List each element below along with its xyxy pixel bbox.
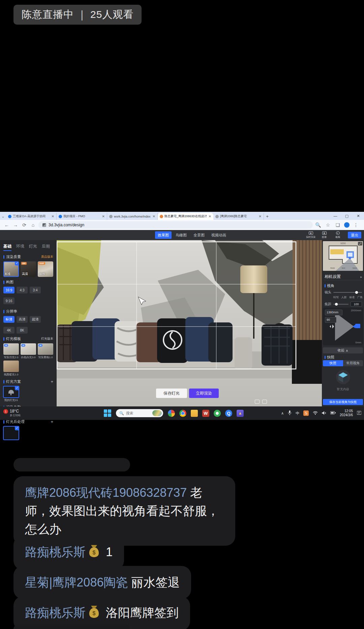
taskbar-search[interactable]: 🔍 搜索 xyxy=(116,409,163,417)
chrome-icon[interactable] xyxy=(179,410,186,417)
side-panel-icon[interactable]: ❏ xyxy=(334,222,341,228)
view-mode-video[interactable]: 视频动画 xyxy=(209,231,229,239)
lens-mark[interactable]: 特写 xyxy=(333,295,339,299)
res-uhd[interactable]: 超清 xyxy=(30,316,41,323)
quality-ultra-thumb[interactable]: SVIP 极致 xyxy=(38,261,53,277)
camera-angle-input[interactable]: 90 xyxy=(325,317,336,323)
browser-tab-1[interactable]: 三维家OA·高效源于协同 ✕ xyxy=(6,213,57,220)
tab-search-chevron-icon[interactable]: ⌄ xyxy=(0,213,6,220)
browser-tab-4-active[interactable]: 陈总豪宅_鹰牌20863D在线设计 ✕ xyxy=(158,213,213,220)
tray-chevron-icon[interactable]: ∧ xyxy=(281,411,284,416)
ratio-3-4[interactable]: 3:4 xyxy=(30,287,41,293)
ratio-4-3[interactable]: 4:3 xyxy=(17,287,28,293)
gallery-tool[interactable]: ▦ 图册 xyxy=(317,231,331,239)
quality-version-link[interactable]: 质品版本 xyxy=(41,255,53,259)
common-views-tab[interactable]: 常用视角 xyxy=(343,360,363,366)
res-4k[interactable]: 4K xyxy=(3,327,14,334)
ratio-16-9[interactable]: 16:9 xyxy=(3,287,14,293)
frame-adjust-icon[interactable] xyxy=(262,400,267,404)
menu-dots-icon[interactable]: ⋮ xyxy=(353,222,359,228)
res-8k[interactable]: 8K xyxy=(17,327,28,334)
camera-height-widget[interactable]: 1380mm 90 2000mm 0mm xyxy=(323,308,363,345)
forward-icon[interactable]: → xyxy=(12,222,19,228)
tab-close-icon[interactable]: ✕ xyxy=(102,215,105,218)
wifi-icon[interactable] xyxy=(313,411,318,416)
tab-postfx[interactable]: 后期 xyxy=(42,244,50,251)
app-icon-colorful[interactable] xyxy=(168,410,175,417)
bookmark-star-icon[interactable]: ☆ xyxy=(325,222,331,228)
browser-green-icon[interactable] xyxy=(214,410,221,417)
sogou-icon[interactable]: S xyxy=(303,410,309,416)
back-icon[interactable]: ← xyxy=(3,222,10,228)
maximize-button[interactable]: ▢ xyxy=(341,214,353,218)
tab-close-icon[interactable]: ✕ xyxy=(52,215,54,218)
site-info-icon[interactable] xyxy=(42,223,46,227)
save-snapshot-button[interactable]: 保存当前视角为快照 xyxy=(323,399,363,405)
tab-lighting[interactable]: 灯光 xyxy=(29,244,37,251)
add-light-plan-icon[interactable]: + xyxy=(51,379,53,384)
floorplan-minimap[interactable]: 9200 5500 500 5900 ⤢ xyxy=(323,241,363,271)
view-mode-render[interactable]: 效果图 xyxy=(155,231,172,239)
tab-basic[interactable]: 基础 xyxy=(3,244,11,251)
camera-height-input[interactable]: 1380mm xyxy=(325,310,342,315)
light-template-4[interactable]: 氛围暖光1.0 xyxy=(3,361,19,376)
browser-tab-2[interactable]: 我的项目 - PMO ✕ xyxy=(57,213,107,220)
wps-icon[interactable]: W xyxy=(202,410,209,417)
light-plan-item[interactable]: ✓ 我的灯光01 xyxy=(3,386,53,402)
add-post-process-icon[interactable]: + xyxy=(51,419,53,424)
lens-mark[interactable]: 广角 xyxy=(357,295,363,299)
q-app-icon[interactable]: Q xyxy=(225,410,232,417)
chat-username[interactable]: 路痴桃乐斯 xyxy=(25,545,86,559)
quality-hd-thumb[interactable]: VIP 高清 xyxy=(21,261,36,277)
focal-value-input[interactable]: 100 xyxy=(351,302,362,307)
speaker-icon[interactable] xyxy=(322,411,326,416)
address-bar[interactable]: 3d.3vjia.com/design xyxy=(38,221,313,229)
profile-avatar[interactable]: 👤 xyxy=(344,222,350,228)
weather-widget[interactable]: 1 18°C 多云转晴 xyxy=(0,409,61,417)
light-template-1[interactable]: AI 写实日光2.0 xyxy=(3,343,19,359)
tab-environment[interactable]: 环境 xyxy=(16,244,24,251)
snapshot-tab[interactable]: 快照 xyxy=(323,360,343,366)
chat-username[interactable]: 路痴桃乐斯 xyxy=(25,606,86,620)
realtime-render-tool[interactable]: ▣ 实时渲染 xyxy=(304,231,317,239)
chat-username[interactable]: 星菊|鹰牌2086陶瓷 xyxy=(25,575,128,589)
chat-message[interactable]: 路痴桃乐斯$ 洛阳鹰牌签到 xyxy=(13,596,190,629)
battery-icon[interactable] xyxy=(330,411,336,415)
reload-icon[interactable]: ⟳ xyxy=(21,222,28,228)
camera-settings-header[interactable]: 相机设置 ▸ xyxy=(325,274,362,280)
browser-tab-5[interactable]: [鹰牌2086]陈总豪宅 ✕ xyxy=(213,213,264,220)
focal-slider[interactable] xyxy=(333,304,348,305)
close-button[interactable]: ✕ xyxy=(353,214,364,218)
tab-close-icon[interactable]: ✕ xyxy=(153,215,155,218)
lens-mark[interactable]: 人眼 xyxy=(341,295,347,299)
start-button[interactable] xyxy=(104,409,111,417)
render-now-button[interactable]: 立即渲染 xyxy=(189,389,219,398)
gallery-mountain-icon[interactable]: ▲ xyxy=(237,410,244,417)
microphone-icon[interactable] xyxy=(288,410,292,416)
minimize-button[interactable]: — xyxy=(330,214,341,218)
view-mode-panorama[interactable]: 全景图 xyxy=(191,231,207,239)
light-template-2[interactable]: AI 白色白光3.0 xyxy=(21,343,36,359)
quality-standard-thumb[interactable]: ✓ 标准 xyxy=(3,261,19,277)
lens-slider[interactable] xyxy=(333,292,362,293)
tab-close-icon[interactable]: ✕ xyxy=(259,215,262,218)
browser-tab-3[interactable]: work.3vjia.com/home/index ✕ xyxy=(107,213,158,220)
ime-indicator[interactable]: 中 xyxy=(296,411,299,416)
fullscreen-icon[interactable] xyxy=(255,400,260,404)
light-template-3[interactable]: AI 写实夜晚1.0 xyxy=(38,343,53,359)
render-viewport[interactable]: 保存灯光 立即渲染 xyxy=(57,240,322,406)
new-tab-button[interactable]: + xyxy=(264,213,271,220)
minimap-expand-icon[interactable]: ⤢ xyxy=(358,242,362,246)
res-hd[interactable]: 高清 xyxy=(17,316,28,323)
home-icon[interactable]: ⌂ xyxy=(30,222,36,228)
chat-message[interactable]: 星菊|鹰牌2086陶瓷 丽水签退 xyxy=(13,566,191,599)
taskbar-clock[interactable]: 12:05 2024/3/6 xyxy=(340,409,353,417)
collapse-button[interactable]: 收起 ∧ xyxy=(323,347,363,353)
light-version-link[interactable]: 灯光版本 xyxy=(41,337,53,341)
res-sd[interactable]: 标清 xyxy=(3,316,14,323)
chat-username[interactable]: 鹰牌2086现代砖19086328737 xyxy=(25,486,187,499)
zoom-icon[interactable]: 🔍 xyxy=(315,222,322,228)
save-lighting-button[interactable]: 保存灯光 xyxy=(156,389,187,398)
video-tool[interactable]: ▸ 视频 xyxy=(331,231,344,239)
view-mode-birdseye[interactable]: 鸟瞰图 xyxy=(173,231,189,239)
